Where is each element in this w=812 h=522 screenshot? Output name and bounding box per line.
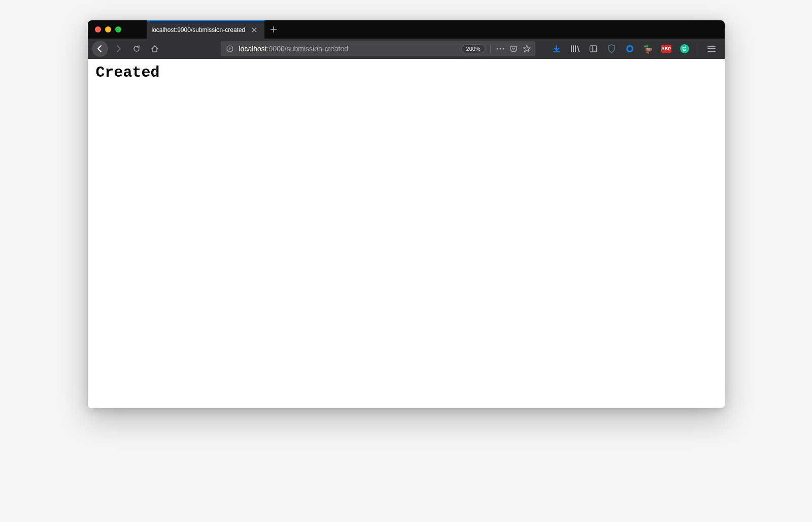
url-host: localhost (239, 45, 267, 53)
close-tab-icon[interactable] (249, 26, 259, 34)
url-text: localhost:9000/submission-created (239, 45, 460, 53)
page-actions-icon[interactable] (494, 42, 507, 55)
url-divider (490, 44, 491, 53)
back-button[interactable] (92, 41, 108, 57)
new-tab-button[interactable] (264, 20, 283, 39)
downloads-icon[interactable] (550, 42, 564, 56)
menu-button[interactable] (704, 42, 719, 56)
site-info-icon[interactable] (226, 45, 234, 53)
close-window-button[interactable] (95, 26, 101, 32)
minimize-window-button[interactable] (105, 26, 111, 32)
extension-circle-icon[interactable] (623, 42, 637, 56)
toolbar-divider (698, 43, 698, 55)
extension-abp-icon[interactable]: ABP (659, 42, 673, 56)
maximize-window-button[interactable] (115, 26, 121, 32)
reload-button[interactable] (128, 41, 145, 57)
svg-point-4 (499, 48, 501, 50)
browser-tab[interactable]: localhost:9000/submission-created (147, 20, 265, 39)
extension-duck-icon[interactable]: 🦆 (641, 42, 655, 56)
svg-rect-2 (229, 48, 230, 50)
home-button[interactable] (147, 41, 163, 57)
extension-grammarly-icon[interactable]: G (678, 42, 692, 56)
toolbar-icons: 🦆 ABP G (550, 42, 721, 56)
zoom-level-badge[interactable]: 200% (461, 44, 485, 53)
svg-point-5 (502, 48, 504, 50)
url-path: :9000/submission-created (267, 45, 348, 53)
svg-rect-6 (590, 46, 596, 52)
tab-bar: localhost:9000/submission-created (88, 20, 725, 39)
svg-point-3 (496, 48, 498, 50)
window-controls (92, 20, 126, 39)
privacy-shield-icon[interactable] (604, 42, 619, 56)
page-content: Created (88, 59, 725, 408)
sidebar-icon[interactable] (586, 42, 600, 56)
page-body-text: Created (96, 64, 160, 81)
bookmark-star-icon[interactable] (520, 42, 533, 55)
svg-point-1 (229, 47, 230, 48)
address-bar[interactable]: localhost:9000/submission-created 200% (221, 41, 535, 56)
browser-window: localhost:9000/submission-created (88, 20, 725, 408)
toolbar: localhost:9000/submission-created 200% (88, 39, 725, 59)
pocket-icon[interactable] (507, 42, 520, 55)
library-icon[interactable] (568, 42, 582, 56)
tab-title: localhost:9000/submission-created (152, 26, 246, 34)
forward-button[interactable] (110, 41, 126, 57)
